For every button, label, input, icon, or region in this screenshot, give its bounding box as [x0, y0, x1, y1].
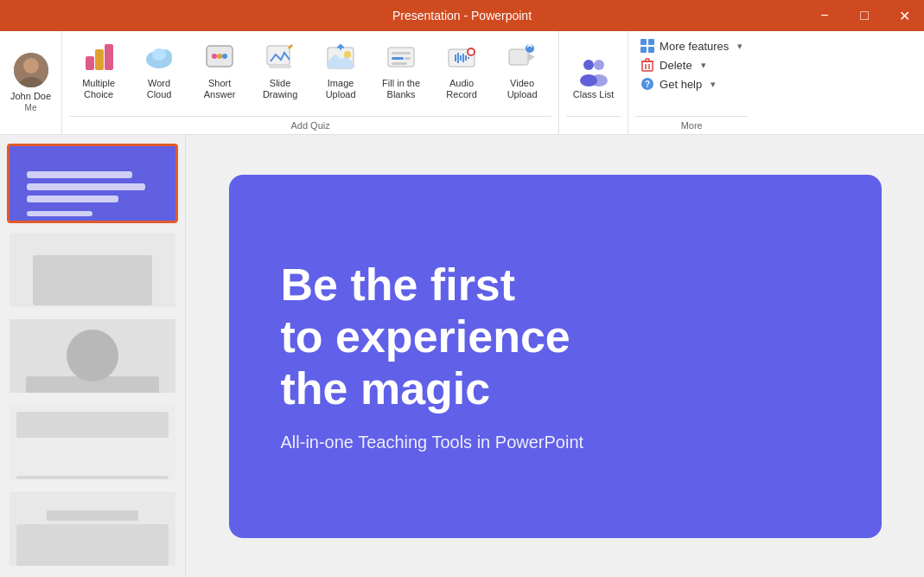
- svg-point-9: [152, 48, 166, 61]
- titlebar: Presentation - Powerpoint − □ ✕: [0, 0, 924, 31]
- titlebar-title: Presentation - Powerpoint: [392, 9, 532, 22]
- more-label: More: [635, 116, 748, 134]
- audio-record-label: AudioRecord: [446, 78, 476, 100]
- more-features-icon: [640, 39, 654, 53]
- short-answer-label: ShortAnswer: [204, 78, 236, 100]
- fill-blanks-button[interactable]: Fill in theBlanks: [372, 36, 430, 106]
- delete-chevron: ▾: [701, 60, 706, 71]
- delete-label: Delete: [660, 59, 692, 72]
- image-upload-icon: [323, 40, 358, 74]
- slide-main-title: Be the firstto experiencethe magic: [281, 260, 830, 414]
- slide-thumb-1[interactable]: [7, 144, 178, 223]
- svg-text:?: ?: [645, 80, 650, 89]
- svg-marker-34: [528, 53, 535, 61]
- close-icon: ✕: [899, 8, 910, 24]
- ribbon-items: MultipleChoice WordCloud: [69, 36, 551, 116]
- more-section: More features ▾ Delete ▾: [628, 31, 758, 134]
- more-features-label: More features: [660, 40, 729, 53]
- get-help-label: Get help: [660, 78, 702, 91]
- word-cloud-label: WordCloud: [147, 78, 172, 100]
- svg-rect-43: [648, 47, 654, 53]
- short-answer-button[interactable]: ShortAnswer: [190, 36, 249, 106]
- class-list-section: Class List: [559, 31, 628, 134]
- svg-rect-3: [86, 56, 94, 70]
- add-quiz-section: MultipleChoice WordCloud: [62, 31, 559, 134]
- slide-subtitle: All-in-one Teaching Tools in PowerPoint: [281, 433, 830, 452]
- word-cloud-button[interactable]: WordCloud: [130, 36, 188, 106]
- multiple-choice-label: MultipleChoice: [82, 78, 115, 100]
- fill-blanks-label: Fill in theBlanks: [382, 78, 420, 100]
- svg-point-32: [468, 49, 474, 54]
- slide-thumb-5[interactable]: [7, 489, 178, 568]
- slide-drawing-icon: [263, 40, 297, 74]
- short-answer-icon: [202, 40, 237, 74]
- slide-panel: [0, 135, 186, 577]
- image-upload-label: ImageUpload: [326, 78, 356, 100]
- audio-record-button[interactable]: AudioRecord: [432, 36, 491, 106]
- svg-rect-22: [392, 62, 407, 65]
- svg-point-39: [590, 74, 608, 87]
- word-cloud-icon: [142, 40, 176, 74]
- titlebar-controls: − □ ✕: [805, 0, 924, 31]
- minimize-button[interactable]: −: [805, 0, 844, 31]
- svg-rect-5: [105, 44, 113, 70]
- delete-button[interactable]: Delete ▾: [635, 55, 748, 74]
- svg-rect-15: [269, 65, 291, 68]
- close-button[interactable]: ✕: [884, 0, 924, 31]
- more-features-button[interactable]: More features ▾: [635, 36, 748, 55]
- svg-rect-41: [648, 39, 654, 45]
- svg-point-37: [594, 60, 604, 70]
- svg-point-13: [222, 54, 227, 59]
- svg-point-1: [23, 58, 39, 74]
- svg-rect-19: [392, 52, 411, 54]
- slide-drawing-label: SlideDrawing: [263, 78, 297, 100]
- svg-point-12: [217, 54, 222, 59]
- svg-rect-20: [392, 57, 404, 60]
- minimize-icon: −: [820, 8, 828, 23]
- ribbon: John Doe Me MultipleChoice: [0, 31, 924, 135]
- svg-point-17: [344, 51, 351, 58]
- delete-icon: [640, 58, 654, 72]
- image-upload-button[interactable]: ImageUpload: [311, 36, 370, 106]
- user-section: John Doe Me: [0, 31, 62, 134]
- video-upload-icon: [505, 40, 539, 74]
- multiple-choice-button[interactable]: MultipleChoice: [69, 36, 128, 106]
- get-help-button[interactable]: ? Get help ▾: [635, 74, 748, 93]
- svg-point-36: [583, 60, 594, 70]
- class-list-label: Class List: [573, 89, 615, 100]
- get-help-icon: ?: [640, 77, 654, 91]
- slide-drawing-button[interactable]: SlideDrawing: [251, 36, 309, 106]
- svg-rect-40: [640, 39, 647, 45]
- slide-thumb-4[interactable]: [7, 402, 178, 482]
- svg-rect-33: [509, 49, 528, 65]
- maximize-icon: □: [860, 8, 869, 23]
- me-label: Me: [25, 103, 37, 112]
- main-area: Be the firstto experiencethe magic All-i…: [0, 135, 924, 577]
- video-upload-button[interactable]: VideoUpload: [493, 36, 551, 106]
- user-name: John Doe: [10, 91, 51, 101]
- class-list-icon: [575, 51, 613, 89]
- svg-rect-42: [640, 47, 647, 53]
- fill-blanks-icon: [384, 40, 418, 74]
- more-features-chevron: ▾: [737, 41, 742, 52]
- class-list-button[interactable]: Class List: [566, 36, 621, 116]
- add-quiz-label: Add Quiz: [69, 116, 551, 134]
- slide-view: Be the firstto experiencethe magic All-i…: [186, 135, 924, 577]
- svg-rect-44: [642, 61, 653, 71]
- video-upload-label: VideoUpload: [507, 78, 538, 100]
- class-section-spacer: [566, 116, 621, 134]
- svg-point-11: [212, 54, 217, 59]
- slide-thumb-3[interactable]: [7, 317, 178, 396]
- multiple-choice-icon: [81, 40, 116, 74]
- get-help-chevron: ▾: [711, 79, 716, 90]
- slide-thumb-2[interactable]: [7, 230, 178, 310]
- audio-record-icon: [444, 40, 479, 74]
- slide-content: Be the firstto experiencethe magic All-i…: [229, 175, 882, 538]
- avatar[interactable]: [14, 53, 48, 87]
- svg-rect-21: [405, 57, 411, 60]
- maximize-button[interactable]: □: [844, 0, 884, 31]
- svg-rect-4: [95, 49, 104, 70]
